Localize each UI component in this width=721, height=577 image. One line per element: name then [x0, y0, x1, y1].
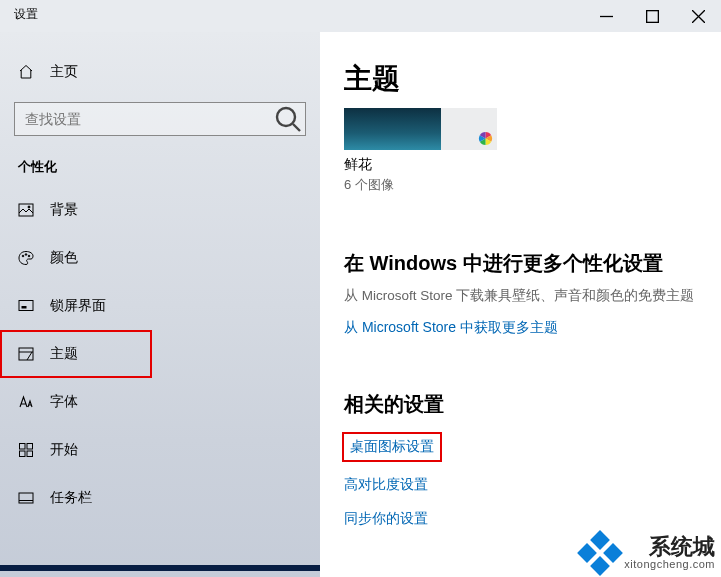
color-wheel-icon: [478, 131, 493, 146]
watermark-url: xitongcheng.com: [624, 558, 715, 570]
window-title: 设置: [0, 0, 38, 23]
sidebar-item-label: 字体: [50, 393, 78, 411]
sidebar-item-taskbar[interactable]: 任务栏: [0, 474, 320, 522]
nav-list: 背景 颜色 锁屏界面 主题: [0, 186, 320, 522]
sidebar-item-label: 锁屏界面: [50, 297, 106, 315]
svg-line-5: [293, 124, 300, 131]
theme-preview[interactable]: 鲜花 6 个图像: [344, 108, 497, 194]
more-desc: 从 Microsoft Store 下载兼具壁纸、声音和颜色的免费主题: [344, 287, 721, 305]
sidebar-item-start[interactable]: 开始: [0, 426, 320, 474]
svg-point-4: [277, 108, 295, 126]
taskbar-icon: [18, 490, 34, 506]
theme-swatch: [344, 108, 497, 150]
nav-home-label: 主页: [50, 63, 78, 81]
theme-image-count: 6 个图像: [344, 176, 497, 194]
lockscreen-icon: [18, 298, 34, 314]
nav-home[interactable]: 主页: [0, 50, 320, 94]
sidebar-item-background[interactable]: 背景: [0, 186, 320, 234]
sidebar-item-lockscreen[interactable]: 锁屏界面: [0, 282, 320, 330]
titlebar: 设置: [0, 0, 721, 32]
picture-icon: [18, 202, 34, 218]
home-icon: [18, 64, 34, 80]
sidebar-item-colors[interactable]: 颜色: [0, 234, 320, 282]
svg-point-8: [22, 255, 24, 257]
svg-rect-1: [646, 10, 658, 22]
page-title: 主题: [344, 60, 721, 98]
sidebar-accent-bar: [0, 565, 320, 571]
search-input[interactable]: [15, 111, 271, 127]
link-sync-settings[interactable]: 同步你的设置: [344, 510, 428, 528]
window-controls: [583, 0, 721, 32]
svg-rect-18: [19, 493, 33, 503]
maximize-button[interactable]: [629, 0, 675, 32]
svg-rect-12: [22, 306, 27, 309]
link-desktop-icons[interactable]: 桌面图标设置: [344, 434, 440, 460]
sidebar-item-fonts[interactable]: 字体: [0, 378, 320, 426]
svg-point-9: [25, 254, 27, 256]
watermark-name: 系统城: [624, 536, 715, 558]
related-heading: 相关的设置: [344, 391, 721, 418]
watermark-logo-icon: [582, 535, 618, 571]
svg-point-10: [28, 255, 30, 257]
theme-name: 鲜花: [344, 156, 497, 174]
minimize-button[interactable]: [583, 0, 629, 32]
search-icon[interactable]: [271, 103, 305, 135]
svg-rect-14: [20, 444, 26, 450]
start-icon: [18, 442, 34, 458]
close-button[interactable]: [675, 0, 721, 32]
watermark: 系统城 xitongcheng.com: [582, 535, 715, 571]
sidebar-item-label: 背景: [50, 201, 78, 219]
svg-point-7: [28, 206, 30, 208]
sidebar-section: 个性化: [0, 136, 320, 186]
store-link[interactable]: 从 Microsoft Store 中获取更多主题: [344, 319, 558, 337]
link-high-contrast[interactable]: 高对比度设置: [344, 476, 428, 494]
svg-rect-16: [20, 451, 26, 457]
sidebar-item-label: 任务栏: [50, 489, 92, 507]
sidebar: 主页 个性化 背景 颜色: [0, 32, 320, 577]
themes-icon: [18, 346, 34, 362]
sidebar-item-label: 开始: [50, 441, 78, 459]
svg-rect-6: [19, 204, 33, 216]
sidebar-item-label: 主题: [50, 345, 78, 363]
sidebar-item-themes[interactable]: 主题: [0, 330, 152, 378]
svg-rect-17: [27, 451, 33, 457]
related-settings: 相关的设置 桌面图标设置 高对比度设置 同步你的设置: [344, 391, 721, 528]
svg-rect-15: [27, 444, 33, 450]
search-box[interactable]: [14, 102, 306, 136]
fonts-icon: [18, 394, 34, 410]
more-heading: 在 Windows 中进行更多个性化设置: [344, 250, 721, 277]
palette-icon: [18, 250, 34, 266]
main-content: 主题 鲜花: [320, 32, 721, 577]
sidebar-item-label: 颜色: [50, 249, 78, 267]
svg-rect-11: [19, 301, 33, 311]
